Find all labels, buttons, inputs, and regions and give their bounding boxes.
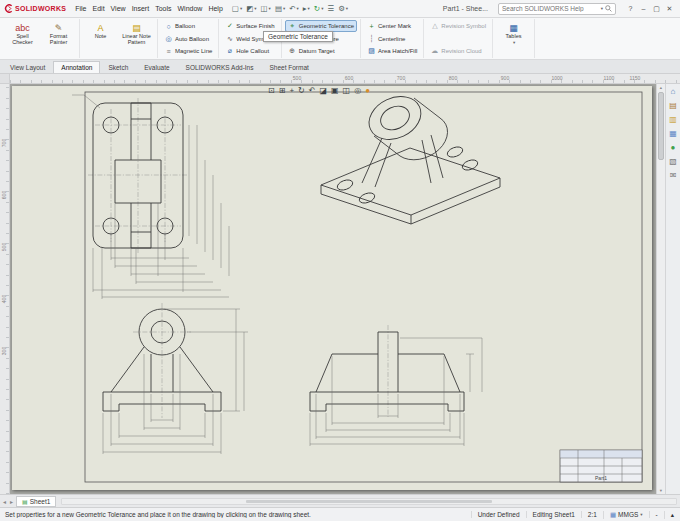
options-button[interactable]: ⚙▾ [336,4,350,13]
dropdown-caret-icon: ▾ [269,6,271,11]
horizontal-scrollbar-thumb[interactable] [246,500,491,503]
new-document-icon: ▢ [232,4,239,13]
title-block-part-name: Part1 [595,475,607,481]
menu-insert[interactable]: Insert [129,5,153,12]
solidworks-resources-icon[interactable]: ⌂ [671,87,676,97]
tab-view-layout[interactable]: View Layout [2,61,53,73]
revision-cloud-button[interactable]: ☁Revision Cloud [427,45,489,57]
scroll-up-icon[interactable]: ▴ [657,84,665,91]
drawing-sheet[interactable]: Part1 [12,86,652,490]
magnetic-line-button[interactable]: ≡Magnetic Line [161,45,215,57]
horizontal-scrollbar[interactable] [61,498,677,505]
maximize-button[interactable]: ▢ [650,5,663,13]
hole-callout-icon: ⌀ [225,47,234,55]
zoom-area-icon[interactable]: ⊞ [279,85,286,97]
hruler-label-500: 500 [293,75,301,81]
menu-view[interactable]: View [108,5,129,12]
revision-symbol-button[interactable]: △Revision Symbol [427,20,489,32]
sheet-tab-sheet1[interactable]: ▤ Sheet1 [16,496,56,507]
linear-note-pattern-button[interactable]: ▤Linear Note Pattern [119,20,154,57]
search-input[interactable] [502,5,598,12]
save-button[interactable]: ◫▾ [259,4,273,13]
balloon-icon: ○ [164,23,173,30]
sheet-nav-prev-icon[interactable]: ◂ [2,498,7,505]
options-icon: ⚙ [338,4,345,13]
tab-solidworks-add-ins[interactable]: SOLIDWORKS Add-Ins [178,61,262,73]
display-style-icon[interactable]: ◫ [343,85,351,97]
ribbon-group-tables: ▦Tables▾ [493,19,535,58]
open-button[interactable]: ◩▾ [244,4,258,13]
weld-symbol-icon: ∿ [225,35,234,43]
view-orientation-icon[interactable]: ▣ [331,85,339,97]
area-hatch-fill-button[interactable]: ▨Area Hatch/Fill [364,45,420,57]
file-explorer-icon[interactable]: ▥ [669,115,677,125]
close-button[interactable]: ✕ [663,5,676,13]
forum-icon[interactable]: ✉ [670,171,677,181]
sheet-nav-next-icon[interactable]: ▸ [9,498,14,505]
file-properties-button[interactable]: ☰ [325,4,336,13]
chevron-down-icon[interactable]: ▾ [601,6,603,11]
status-right-cluster: Under Defined Editing Sheet1 2:1 ▦ MMGS … [471,511,680,519]
tab-annotation[interactable]: Annotation [53,61,100,73]
menu-window[interactable]: Window [174,5,205,12]
hole-callout-button[interactable]: ⌀Hole Callout [222,45,277,57]
minimize-button[interactable]: – [637,5,650,12]
save-icon: ◫ [261,4,268,13]
help-button[interactable]: ? [624,5,637,12]
surface-finish-icon: ✓ [225,22,234,30]
hide-show-items-icon[interactable]: ◎ [354,85,361,97]
rebuild-button[interactable]: ↻▾ [312,4,326,13]
vertical-scrollbar-thumb[interactable] [658,92,664,160]
undo-button[interactable]: ↶▾ [287,4,301,13]
menu-help[interactable]: Help [205,5,225,12]
zoom-to-fit-icon[interactable]: ⊡ [268,85,275,97]
section-view-icon[interactable]: ◪ [319,85,327,97]
dropdown-caret-icon: ▾ [297,6,299,11]
ribbon-group-note: ANote▤Linear Note Pattern [80,19,158,58]
tables-button[interactable]: ▦Tables▾ [496,20,531,57]
rotate-view-icon[interactable]: ↻ [298,85,305,97]
custom-properties-icon[interactable]: ▧ [669,157,677,167]
spell-checker-button[interactable]: abcSpell Checker [5,20,40,57]
status-message: Set properties for a new Geometric Toler… [0,511,471,518]
print-button[interactable]: ▤▾ [273,4,287,13]
centerline-button[interactable]: ┆Centerline [364,33,420,45]
auto-balloon-button[interactable]: ◎Auto Balloon [161,33,215,45]
view-palette-icon[interactable]: ▦ [669,129,677,139]
search-box[interactable]: ▾ [498,3,616,15]
graphics-area[interactable]: Part1 [10,84,656,494]
solidworks-logo-icon [4,4,13,13]
previous-view-icon[interactable]: ↶ [309,85,316,97]
brand-name: SOLIDWORKS [15,5,66,12]
format-painter-button[interactable]: ✎Format Painter [41,20,76,57]
area-hatch-fill-label: Area Hatch/Fill [378,48,417,54]
datum-target-button[interactable]: ⊕Datum Target [285,45,357,57]
pan-icon[interactable]: + [289,85,294,97]
tab-evaluate[interactable]: Evaluate [136,61,177,73]
statusbar-expand-icon[interactable]: ▴ [664,511,680,519]
title-block: Part1 [560,450,642,482]
dropdown-caret-icon: ▾ [346,6,348,11]
menu-edit[interactable]: Edit [90,5,108,12]
tab-sketch[interactable]: Sketch [100,61,136,73]
dimension-lines [72,95,482,454]
center-mark-button[interactable]: +Center Mark [364,20,420,32]
units-label: MMGS [618,511,638,518]
search-icon [605,5,612,12]
tab-sheet-format[interactable]: Sheet Format [261,61,316,73]
vertical-scrollbar[interactable]: ▴ ▾ [656,84,665,494]
new-document-button[interactable]: ▢▾ [230,4,244,13]
design-library-icon[interactable]: ▤ [669,101,677,111]
edit-appearance-icon[interactable]: ● [365,85,370,97]
revision-symbol-icon: △ [430,22,439,30]
magnetic-line-label: Magnetic Line [175,48,212,54]
selection-tool-button[interactable]: ▸▾ [301,4,312,13]
status-units[interactable]: ▦ MMGS ▾ [603,511,649,519]
menu-tools[interactable]: Tools [152,5,174,12]
document-title: Part1 - Shee... [443,5,488,12]
appearances-scenes-icon[interactable]: ● [671,143,676,153]
scroll-down-icon[interactable]: ▾ [657,487,665,494]
menu-file[interactable]: File [72,5,89,12]
note-button[interactable]: ANote [83,20,118,57]
balloon-button[interactable]: ○Balloon [161,20,215,32]
